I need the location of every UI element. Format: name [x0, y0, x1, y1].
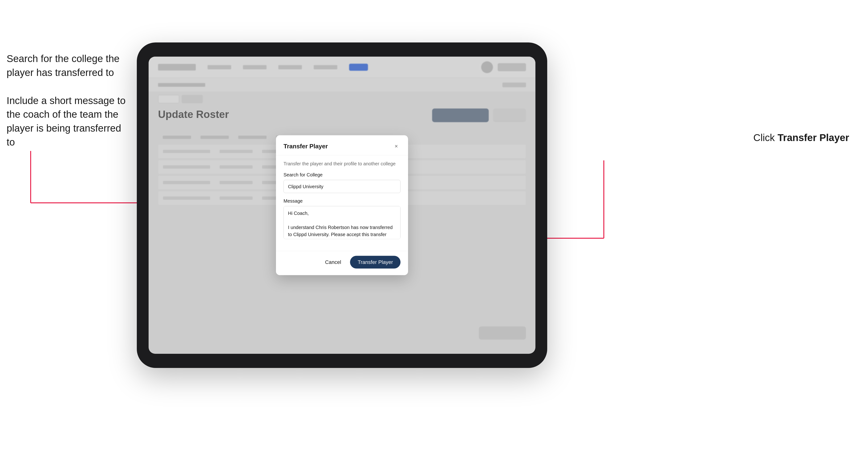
tablet-device: Update Roster [137, 42, 547, 368]
modal-subtitle: Transfer the player and their profile to… [283, 161, 401, 166]
modal-header: Transfer Player × [276, 135, 408, 155]
modal-close-button[interactable]: × [392, 142, 401, 151]
message-textarea[interactable] [283, 206, 401, 239]
modal-overlay: Transfer Player × Transfer the player an… [149, 57, 535, 354]
annotation-search-text: Search for the college the player has tr… [7, 52, 129, 80]
transfer-player-modal: Transfer Player × Transfer the player an… [276, 135, 408, 275]
transfer-player-button[interactable]: Transfer Player [350, 256, 401, 269]
annotation-click-text: Click [753, 132, 775, 143]
college-search-label: Search for College [283, 172, 401, 178]
modal-body: Transfer the player and their profile to… [276, 155, 408, 251]
message-label: Message [283, 198, 401, 204]
annotation-transfer-bold: Transfer Player [777, 132, 849, 143]
annotation-left: Search for the college the player has tr… [7, 52, 129, 163]
message-group: Message [283, 198, 401, 240]
modal-footer: Cancel Transfer Player [276, 251, 408, 275]
tablet-screen: Update Roster [149, 57, 535, 354]
college-search-group: Search for College [283, 172, 401, 193]
annotation-message-text: Include a short message to the coach of … [7, 94, 129, 149]
annotation-right: Click Transfer Player [753, 132, 849, 144]
modal-title: Transfer Player [283, 143, 328, 150]
college-search-input[interactable] [283, 180, 401, 193]
cancel-button[interactable]: Cancel [320, 257, 346, 268]
